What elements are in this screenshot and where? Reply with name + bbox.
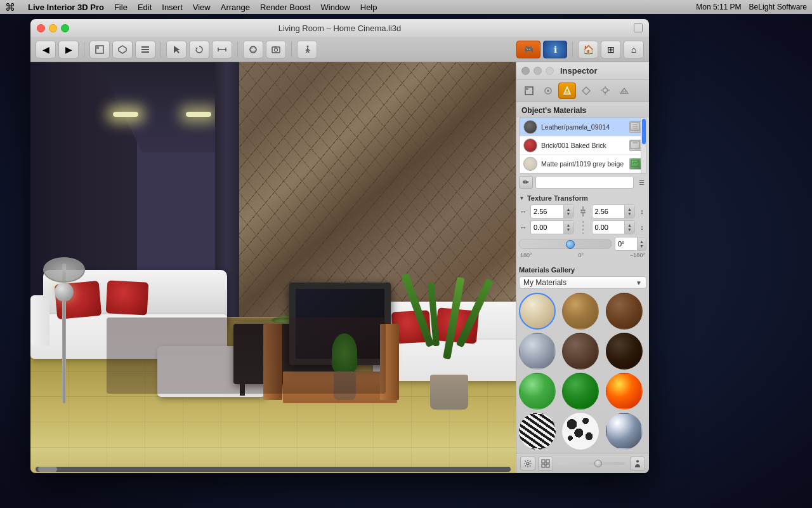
- rotation-stepper[interactable]: ▲ ▼: [637, 237, 646, 250]
- scale-link-icon[interactable]: [577, 205, 589, 218]
- gallery-item-very-dark[interactable]: [606, 333, 643, 370]
- toolbar-camera-btn[interactable]: [266, 41, 286, 58]
- toolbar-game-btn[interactable]: 🎮: [516, 41, 540, 58]
- toolbar-forward-btn[interactable]: ▶: [58, 41, 79, 58]
- toolbar-fullscreen-btn[interactable]: ⌂: [624, 41, 644, 58]
- material-pencil-btn[interactable]: ✏: [519, 176, 533, 189]
- tab-material[interactable]: [558, 83, 576, 99]
- inspector-person-btn[interactable]: [630, 457, 645, 471]
- gallery-size-thumb[interactable]: [594, 460, 602, 467]
- menubar-file[interactable]: File: [114, 3, 128, 12]
- gallery-item-zebra[interactable]: [519, 413, 556, 450]
- viewport[interactable]: [30, 62, 516, 473]
- rotation-min-label: 180°: [520, 252, 532, 258]
- toolbar-3dview-btn[interactable]: ⊞: [601, 41, 621, 58]
- menubar-render-boost[interactable]: Render Boost: [260, 3, 311, 12]
- material-item-2[interactable]: Brick/001 Baked Brick: [520, 137, 646, 155]
- window-close-button[interactable]: [37, 24, 45, 32]
- tab-home[interactable]: [520, 83, 538, 99]
- material-icon-3: [629, 158, 642, 170]
- tab-light[interactable]: [596, 83, 614, 99]
- tab-object[interactable]: [539, 83, 557, 99]
- menubar-edit[interactable]: Edit: [138, 3, 152, 12]
- tab-room[interactable]: [615, 83, 633, 99]
- material-item-3[interactable]: Matte paint/1019 grey beige: [520, 155, 646, 173]
- inspector-tl-3[interactable]: [546, 67, 554, 75]
- menubar-app-name[interactable]: Live Interior 3D Pro: [28, 3, 104, 12]
- menubar-arrange[interactable]: Arrange: [221, 3, 250, 12]
- svg-rect-32: [623, 91, 625, 93]
- window-titlebar: Living Room – Home Cinema.li3d: [30, 19, 649, 37]
- inspector-tl-1[interactable]: [521, 67, 530, 75]
- toolbar-walkaround-btn[interactable]: [297, 41, 317, 58]
- scale-x-stepper[interactable]: ▲ ▼: [563, 205, 573, 218]
- svg-rect-3: [141, 46, 149, 48]
- rotation-slider[interactable]: [519, 239, 612, 249]
- gallery-item-dark-metal[interactable]: [562, 333, 599, 370]
- toolbar-plan-btn[interactable]: [89, 41, 110, 58]
- gallery-item-dark-wood[interactable]: [606, 293, 643, 330]
- toolbar-3d-btn[interactable]: [112, 41, 133, 58]
- toolbar-list-btn[interactable]: [135, 41, 155, 58]
- inspector-tabs: [516, 80, 649, 102]
- gallery-item-dark-green[interactable]: [562, 373, 599, 410]
- tab-texture[interactable]: [577, 83, 595, 99]
- gallery-item-chrome[interactable]: [606, 413, 643, 450]
- menubar-insert[interactable]: Insert: [162, 3, 183, 12]
- window-resize-handle[interactable]: [634, 23, 643, 32]
- inspector-grid-btn[interactable]: [538, 457, 553, 471]
- inspector-titlebar: Inspector: [516, 62, 649, 80]
- gallery-item-dalmatian[interactable]: [562, 413, 599, 450]
- gallery-item-beige[interactable]: [519, 293, 556, 330]
- rotation-thumb[interactable]: [566, 240, 575, 249]
- gallery-item-green[interactable]: [519, 373, 556, 410]
- inspector-settings-btn[interactable]: [520, 457, 535, 471]
- scale-y-input[interactable]: [593, 205, 625, 218]
- scale-y-stepper[interactable]: ▲ ▼: [624, 205, 634, 218]
- apple-icon[interactable]: ⌘: [5, 1, 15, 13]
- gallery-item-fire[interactable]: [606, 373, 643, 410]
- menubar-window[interactable]: Window: [321, 3, 350, 12]
- window-maximize-button[interactable]: [61, 24, 69, 32]
- menubar-help[interactable]: Help: [360, 3, 377, 12]
- material-name-2: Brick/001 Baked Brick: [541, 142, 625, 149]
- material-item-1[interactable]: Leather/pamela_09014: [520, 118, 646, 137]
- gallery-item-metal[interactable]: [519, 333, 556, 370]
- gallery-dropdown[interactable]: My Materials ▼: [519, 276, 646, 289]
- rotation-down: ▼: [639, 244, 644, 248]
- toolbar-rotate-btn[interactable]: [189, 41, 209, 58]
- toolbar-back-btn[interactable]: ◀: [36, 41, 56, 58]
- rotation-up: ▲: [639, 239, 644, 244]
- scale-x-input[interactable]: [531, 205, 563, 218]
- material-icon-2: [629, 140, 642, 151]
- floor-lamp-pole: [62, 264, 66, 403]
- menubar-view[interactable]: View: [193, 3, 211, 12]
- toolbar-floor-btn[interactable]: 🏠: [578, 41, 598, 58]
- viewport-scroll-thumb[interactable]: [38, 467, 57, 472]
- rotation-input[interactable]: [615, 237, 637, 250]
- toolbar-orbit-btn[interactable]: [243, 41, 263, 58]
- scale-y-down: ▼: [627, 211, 632, 216]
- inspector-tl-2[interactable]: [534, 67, 542, 75]
- collapse-triangle-icon[interactable]: ▼: [519, 195, 525, 201]
- texture-transform-title: Texture Transform: [527, 194, 588, 202]
- material-search-row: ✏ ☰: [519, 176, 646, 189]
- offset-x-input[interactable]: [531, 221, 563, 234]
- gallery-item-oak[interactable]: [562, 293, 599, 330]
- materials-scroll-thumb[interactable]: [642, 119, 646, 144]
- materials-scrollbar[interactable]: [641, 118, 646, 173]
- offset-y-down: ▼: [627, 227, 632, 232]
- material-name-1: Leather/pamela_09014: [541, 123, 625, 131]
- material-search-input[interactable]: [535, 176, 634, 189]
- offset-y-input[interactable]: [593, 221, 625, 234]
- material-menu-btn[interactable]: ☰: [636, 176, 646, 189]
- gallery-size-slider[interactable]: [558, 462, 625, 465]
- toolbar-select-btn[interactable]: [166, 41, 187, 58]
- toolbar-info-btn[interactable]: ℹ: [543, 41, 567, 58]
- svg-marker-26: [582, 87, 590, 95]
- viewport-scrollbar[interactable]: [36, 467, 511, 472]
- offset-y-stepper[interactable]: ▲ ▼: [624, 221, 634, 234]
- offset-x-stepper[interactable]: ▲ ▼: [563, 221, 573, 234]
- window-minimize-button[interactable]: [49, 24, 57, 32]
- toolbar-measure-btn[interactable]: [212, 41, 232, 58]
